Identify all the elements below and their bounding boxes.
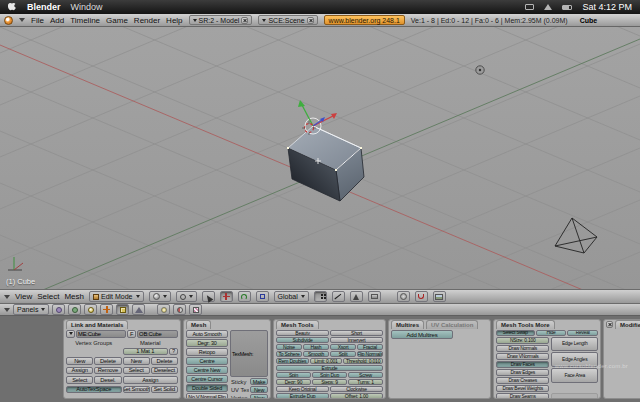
lamp-subcontext-button[interactable] xyxy=(157,304,170,315)
mesh-name-field[interactable]: ME:Cube xyxy=(76,330,126,338)
xsort-button[interactable]: Xsort xyxy=(330,344,356,350)
panels-dropdown[interactable]: Panels xyxy=(13,304,49,315)
app-menu[interactable]: Blender xyxy=(27,2,61,12)
menu-help[interactable]: Help xyxy=(166,16,182,25)
beauty-toggle[interactable]: Beauty xyxy=(276,330,329,336)
centre-button[interactable]: Centre xyxy=(186,357,228,365)
mode-dropdown[interactable]: Edit Mode xyxy=(89,291,144,302)
snap-button[interactable] xyxy=(415,291,428,302)
add-multires-button[interactable]: Add Multires xyxy=(391,330,453,339)
nsize-slider[interactable]: NSize: 0.100 xyxy=(496,337,549,344)
vgroup-new-button[interactable]: New xyxy=(66,357,93,365)
vertex-color-new-button[interactable]: New xyxy=(250,394,268,399)
spin-button[interactable]: Spin xyxy=(276,372,311,378)
double-sided-toggle[interactable]: Double Sided xyxy=(186,384,228,392)
tab-link-and-materials[interactable]: Link and Materials xyxy=(66,320,128,329)
modifiers-close-icon[interactable] xyxy=(606,321,613,328)
vgroup-delete-button[interactable]: Delete xyxy=(94,357,121,365)
draw-vnormals-toggle[interactable]: Draw VNormals xyxy=(496,353,549,360)
scale-manipulator-button[interactable] xyxy=(256,291,269,302)
face-select-button[interactable] xyxy=(350,291,363,302)
viewport-menu-collapse-icon[interactable] xyxy=(4,295,10,302)
reveal-button[interactable]: Reveal xyxy=(567,330,598,336)
extrude-button[interactable]: Extrude xyxy=(276,365,383,371)
scene-field[interactable]: SCE:Scene xyxy=(258,15,317,25)
header-menu-icon[interactable] xyxy=(19,18,25,25)
menu-render[interactable]: Render xyxy=(134,16,160,25)
face-area-toggle[interactable]: Face Area xyxy=(551,368,598,383)
tab-mesh-tools-more[interactable]: Mesh Tools More xyxy=(496,320,555,329)
select-swap-button[interactable]: Select Swap xyxy=(496,330,535,336)
draw-faces-toggle[interactable]: Draw Faces xyxy=(496,361,549,368)
fake-user-button[interactable]: F xyxy=(127,330,136,338)
uv-texture-new-button[interactable]: New xyxy=(250,386,268,393)
extrude-dup-button[interactable]: Extrude Dup xyxy=(276,393,329,399)
keep-original-toggle[interactable]: Keep Original xyxy=(276,386,329,392)
material-new-button[interactable]: New xyxy=(123,357,150,365)
material-index-field[interactable]: 1 Mat 1 xyxy=(123,348,169,356)
texture-subcontext-button[interactable] xyxy=(189,304,202,315)
cube-object[interactable] xyxy=(287,125,364,201)
material-deselect-button[interactable]: Deselect xyxy=(151,367,178,375)
to-sphere-button[interactable]: To Sphere xyxy=(276,351,302,357)
texmesh-field[interactable]: TexMesh: xyxy=(230,330,268,377)
lamp-object[interactable] xyxy=(476,66,484,74)
autotexspace-toggle[interactable]: AutoTexSpace xyxy=(66,386,122,394)
smooth-button[interactable]: Smooth xyxy=(303,351,329,357)
battery-icon[interactable] xyxy=(562,5,572,10)
noise-button[interactable]: Noise xyxy=(276,344,302,350)
fractal-button[interactable]: Fractal xyxy=(357,344,383,350)
orientation-dropdown[interactable]: Global xyxy=(274,291,309,302)
innervert-dropdown[interactable]: Innervert xyxy=(330,337,383,343)
degr-slider[interactable]: Degr: 30 xyxy=(186,339,228,347)
degr-90-slider[interactable]: Degr: 90 xyxy=(276,379,311,385)
draw-creases-toggle[interactable]: Draw Creases xyxy=(496,377,549,384)
material-assign-button[interactable]: Assign xyxy=(123,376,179,384)
screw-button[interactable]: Screw xyxy=(348,372,383,378)
turns-slider[interactable]: Turns: 1 xyxy=(348,379,383,385)
threshold-slider[interactable]: Threshold: 0.010 xyxy=(343,358,383,364)
window-menu[interactable]: Window xyxy=(71,2,103,12)
material-help-button[interactable]: ? xyxy=(169,348,178,356)
retopo-toggle[interactable]: Retopo xyxy=(186,348,228,356)
pivot-dropdown[interactable] xyxy=(176,291,197,302)
tab-mesh[interactable]: Mesh xyxy=(186,320,211,329)
scene-close-icon[interactable] xyxy=(307,17,314,24)
edge-length-toggle[interactable]: Edge Length xyxy=(551,337,598,352)
menu-timeline[interactable]: Timeline xyxy=(70,16,100,25)
draw-type-dropdown[interactable] xyxy=(149,291,171,302)
tab-uv-calculation[interactable]: UV Calculation xyxy=(426,320,478,329)
screen-close-icon[interactable] xyxy=(241,17,248,24)
material-subcontext-button[interactable] xyxy=(173,304,186,315)
editing-context-button[interactable] xyxy=(116,304,129,315)
view-menu[interactable]: View xyxy=(15,292,32,301)
menu-add[interactable]: Add xyxy=(50,16,64,25)
edge-select-button[interactable] xyxy=(332,291,345,302)
script-context-button[interactable] xyxy=(68,304,81,315)
buttons-menu-collapse-icon[interactable] xyxy=(4,308,10,315)
tab-modifiers[interactable]: Modifiers xyxy=(615,320,640,329)
tab-multires[interactable]: Multires xyxy=(391,320,424,329)
3d-viewport[interactable]: (1) Cube xyxy=(0,27,640,289)
vgroup-select-button[interactable]: Select xyxy=(66,376,93,384)
translate-manipulator-button[interactable] xyxy=(220,291,233,302)
viewport-canvas[interactable] xyxy=(0,27,640,289)
vgroup-remove-button[interactable]: Remove xyxy=(94,367,121,375)
hide-button[interactable]: Hide xyxy=(536,330,567,336)
occlude-geometry-button[interactable] xyxy=(368,291,381,302)
menubar-clock[interactable]: Sat 4:12 PM xyxy=(582,2,632,12)
screen-layout-field[interactable]: SR:2 - Model xyxy=(189,15,253,25)
offset-slider[interactable]: Offset: 1.00 xyxy=(330,393,383,399)
vgroup-assign-button[interactable]: Assign xyxy=(66,367,93,375)
subdivide-button[interactable]: Subdivide xyxy=(276,337,329,343)
vgroup-deselect-button[interactable]: Desel. xyxy=(94,376,121,384)
set-smooth-button[interactable]: Set Smooth xyxy=(123,386,150,394)
limit-slider[interactable]: Limit: 0.001 xyxy=(310,358,343,364)
material-delete-button[interactable]: Delete xyxy=(151,357,178,365)
scene-context-button[interactable] xyxy=(132,304,145,315)
draw-seams-toggle[interactable]: Draw Seams xyxy=(496,393,549,399)
set-solid-button[interactable]: Set Solid xyxy=(151,386,178,394)
apple-icon[interactable] xyxy=(8,2,17,13)
sticky-make-button[interactable]: Make xyxy=(250,378,268,385)
material-select-button[interactable]: Select xyxy=(123,367,150,375)
